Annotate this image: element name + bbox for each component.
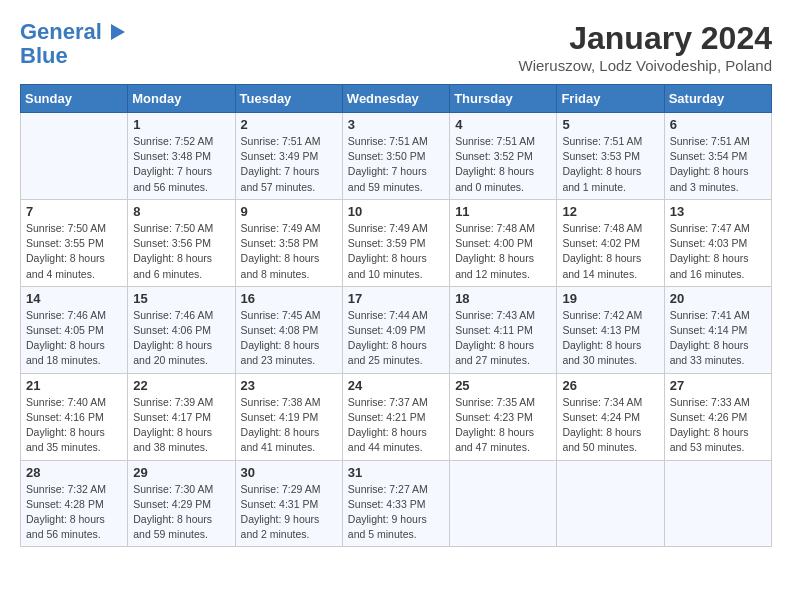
day-number: 28 bbox=[26, 465, 122, 480]
calendar-cell: 18Sunrise: 7:43 AM Sunset: 4:11 PM Dayli… bbox=[450, 286, 557, 373]
calendar-cell: 7Sunrise: 7:50 AM Sunset: 3:55 PM Daylig… bbox=[21, 199, 128, 286]
calendar-cell: 4Sunrise: 7:51 AM Sunset: 3:52 PM Daylig… bbox=[450, 113, 557, 200]
calendar-table: SundayMondayTuesdayWednesdayThursdayFrid… bbox=[20, 84, 772, 547]
day-info: Sunrise: 7:29 AM Sunset: 4:31 PM Dayligh… bbox=[241, 482, 337, 543]
day-info: Sunrise: 7:47 AM Sunset: 4:03 PM Dayligh… bbox=[670, 221, 766, 282]
day-info: Sunrise: 7:43 AM Sunset: 4:11 PM Dayligh… bbox=[455, 308, 551, 369]
day-info: Sunrise: 7:39 AM Sunset: 4:17 PM Dayligh… bbox=[133, 395, 229, 456]
header-day-wednesday: Wednesday bbox=[342, 85, 449, 113]
day-number: 11 bbox=[455, 204, 551, 219]
logo: General Blue bbox=[20, 20, 125, 68]
day-number: 3 bbox=[348, 117, 444, 132]
calendar-week-row: 1Sunrise: 7:52 AM Sunset: 3:48 PM Daylig… bbox=[21, 113, 772, 200]
calendar-cell: 29Sunrise: 7:30 AM Sunset: 4:29 PM Dayli… bbox=[128, 460, 235, 547]
calendar-cell: 2Sunrise: 7:51 AM Sunset: 3:49 PM Daylig… bbox=[235, 113, 342, 200]
day-info: Sunrise: 7:35 AM Sunset: 4:23 PM Dayligh… bbox=[455, 395, 551, 456]
day-number: 24 bbox=[348, 378, 444, 393]
day-info: Sunrise: 7:49 AM Sunset: 3:59 PM Dayligh… bbox=[348, 221, 444, 282]
calendar-cell bbox=[664, 460, 771, 547]
calendar-header-row: SundayMondayTuesdayWednesdayThursdayFrid… bbox=[21, 85, 772, 113]
day-number: 10 bbox=[348, 204, 444, 219]
day-number: 18 bbox=[455, 291, 551, 306]
calendar-cell: 1Sunrise: 7:52 AM Sunset: 3:48 PM Daylig… bbox=[128, 113, 235, 200]
day-info: Sunrise: 7:48 AM Sunset: 4:00 PM Dayligh… bbox=[455, 221, 551, 282]
day-info: Sunrise: 7:38 AM Sunset: 4:19 PM Dayligh… bbox=[241, 395, 337, 456]
day-info: Sunrise: 7:42 AM Sunset: 4:13 PM Dayligh… bbox=[562, 308, 658, 369]
header-day-tuesday: Tuesday bbox=[235, 85, 342, 113]
logo-arrow-icon bbox=[111, 24, 125, 40]
calendar-week-row: 28Sunrise: 7:32 AM Sunset: 4:28 PM Dayli… bbox=[21, 460, 772, 547]
day-info: Sunrise: 7:50 AM Sunset: 3:55 PM Dayligh… bbox=[26, 221, 122, 282]
page-header: General Blue January 2024 Wieruszow, Lod… bbox=[20, 20, 772, 74]
day-info: Sunrise: 7:46 AM Sunset: 4:05 PM Dayligh… bbox=[26, 308, 122, 369]
calendar-cell: 31Sunrise: 7:27 AM Sunset: 4:33 PM Dayli… bbox=[342, 460, 449, 547]
day-number: 17 bbox=[348, 291, 444, 306]
calendar-cell: 26Sunrise: 7:34 AM Sunset: 4:24 PM Dayli… bbox=[557, 373, 664, 460]
day-number: 1 bbox=[133, 117, 229, 132]
calendar-cell: 16Sunrise: 7:45 AM Sunset: 4:08 PM Dayli… bbox=[235, 286, 342, 373]
day-info: Sunrise: 7:50 AM Sunset: 3:56 PM Dayligh… bbox=[133, 221, 229, 282]
day-number: 19 bbox=[562, 291, 658, 306]
calendar-cell: 19Sunrise: 7:42 AM Sunset: 4:13 PM Dayli… bbox=[557, 286, 664, 373]
calendar-cell: 6Sunrise: 7:51 AM Sunset: 3:54 PM Daylig… bbox=[664, 113, 771, 200]
day-info: Sunrise: 7:44 AM Sunset: 4:09 PM Dayligh… bbox=[348, 308, 444, 369]
day-number: 26 bbox=[562, 378, 658, 393]
calendar-cell: 5Sunrise: 7:51 AM Sunset: 3:53 PM Daylig… bbox=[557, 113, 664, 200]
day-info: Sunrise: 7:27 AM Sunset: 4:33 PM Dayligh… bbox=[348, 482, 444, 543]
calendar-week-row: 7Sunrise: 7:50 AM Sunset: 3:55 PM Daylig… bbox=[21, 199, 772, 286]
calendar-cell: 8Sunrise: 7:50 AM Sunset: 3:56 PM Daylig… bbox=[128, 199, 235, 286]
calendar-cell: 14Sunrise: 7:46 AM Sunset: 4:05 PM Dayli… bbox=[21, 286, 128, 373]
calendar-cell: 23Sunrise: 7:38 AM Sunset: 4:19 PM Dayli… bbox=[235, 373, 342, 460]
day-info: Sunrise: 7:45 AM Sunset: 4:08 PM Dayligh… bbox=[241, 308, 337, 369]
header-day-saturday: Saturday bbox=[664, 85, 771, 113]
day-number: 16 bbox=[241, 291, 337, 306]
title-block: January 2024 Wieruszow, Lodz Voivodeship… bbox=[519, 20, 772, 74]
day-number: 29 bbox=[133, 465, 229, 480]
day-info: Sunrise: 7:37 AM Sunset: 4:21 PM Dayligh… bbox=[348, 395, 444, 456]
calendar-cell: 17Sunrise: 7:44 AM Sunset: 4:09 PM Dayli… bbox=[342, 286, 449, 373]
day-number: 20 bbox=[670, 291, 766, 306]
calendar-week-row: 21Sunrise: 7:40 AM Sunset: 4:16 PM Dayli… bbox=[21, 373, 772, 460]
day-number: 9 bbox=[241, 204, 337, 219]
day-info: Sunrise: 7:51 AM Sunset: 3:50 PM Dayligh… bbox=[348, 134, 444, 195]
calendar-cell: 13Sunrise: 7:47 AM Sunset: 4:03 PM Dayli… bbox=[664, 199, 771, 286]
calendar-cell bbox=[450, 460, 557, 547]
day-info: Sunrise: 7:51 AM Sunset: 3:52 PM Dayligh… bbox=[455, 134, 551, 195]
day-info: Sunrise: 7:51 AM Sunset: 3:53 PM Dayligh… bbox=[562, 134, 658, 195]
calendar-cell: 10Sunrise: 7:49 AM Sunset: 3:59 PM Dayli… bbox=[342, 199, 449, 286]
day-number: 8 bbox=[133, 204, 229, 219]
calendar-cell: 15Sunrise: 7:46 AM Sunset: 4:06 PM Dayli… bbox=[128, 286, 235, 373]
day-number: 7 bbox=[26, 204, 122, 219]
calendar-cell: 11Sunrise: 7:48 AM Sunset: 4:00 PM Dayli… bbox=[450, 199, 557, 286]
day-info: Sunrise: 7:49 AM Sunset: 3:58 PM Dayligh… bbox=[241, 221, 337, 282]
calendar-cell: 27Sunrise: 7:33 AM Sunset: 4:26 PM Dayli… bbox=[664, 373, 771, 460]
day-info: Sunrise: 7:41 AM Sunset: 4:14 PM Dayligh… bbox=[670, 308, 766, 369]
day-number: 25 bbox=[455, 378, 551, 393]
day-info: Sunrise: 7:51 AM Sunset: 3:49 PM Dayligh… bbox=[241, 134, 337, 195]
day-number: 14 bbox=[26, 291, 122, 306]
day-number: 27 bbox=[670, 378, 766, 393]
day-info: Sunrise: 7:32 AM Sunset: 4:28 PM Dayligh… bbox=[26, 482, 122, 543]
calendar-title: January 2024 bbox=[519, 20, 772, 57]
calendar-cell: 25Sunrise: 7:35 AM Sunset: 4:23 PM Dayli… bbox=[450, 373, 557, 460]
calendar-cell: 30Sunrise: 7:29 AM Sunset: 4:31 PM Dayli… bbox=[235, 460, 342, 547]
header-day-thursday: Thursday bbox=[450, 85, 557, 113]
calendar-cell bbox=[21, 113, 128, 200]
calendar-cell: 21Sunrise: 7:40 AM Sunset: 4:16 PM Dayli… bbox=[21, 373, 128, 460]
day-number: 12 bbox=[562, 204, 658, 219]
day-number: 2 bbox=[241, 117, 337, 132]
calendar-cell: 12Sunrise: 7:48 AM Sunset: 4:02 PM Dayli… bbox=[557, 199, 664, 286]
day-info: Sunrise: 7:30 AM Sunset: 4:29 PM Dayligh… bbox=[133, 482, 229, 543]
calendar-cell: 24Sunrise: 7:37 AM Sunset: 4:21 PM Dayli… bbox=[342, 373, 449, 460]
day-info: Sunrise: 7:40 AM Sunset: 4:16 PM Dayligh… bbox=[26, 395, 122, 456]
calendar-cell: 28Sunrise: 7:32 AM Sunset: 4:28 PM Dayli… bbox=[21, 460, 128, 547]
calendar-cell: 3Sunrise: 7:51 AM Sunset: 3:50 PM Daylig… bbox=[342, 113, 449, 200]
logo-line2: Blue bbox=[20, 44, 125, 68]
header-day-sunday: Sunday bbox=[21, 85, 128, 113]
day-info: Sunrise: 7:52 AM Sunset: 3:48 PM Dayligh… bbox=[133, 134, 229, 195]
calendar-subtitle: Wieruszow, Lodz Voivodeship, Poland bbox=[519, 57, 772, 74]
day-number: 30 bbox=[241, 465, 337, 480]
header-day-friday: Friday bbox=[557, 85, 664, 113]
calendar-cell: 22Sunrise: 7:39 AM Sunset: 4:17 PM Dayli… bbox=[128, 373, 235, 460]
day-number: 23 bbox=[241, 378, 337, 393]
